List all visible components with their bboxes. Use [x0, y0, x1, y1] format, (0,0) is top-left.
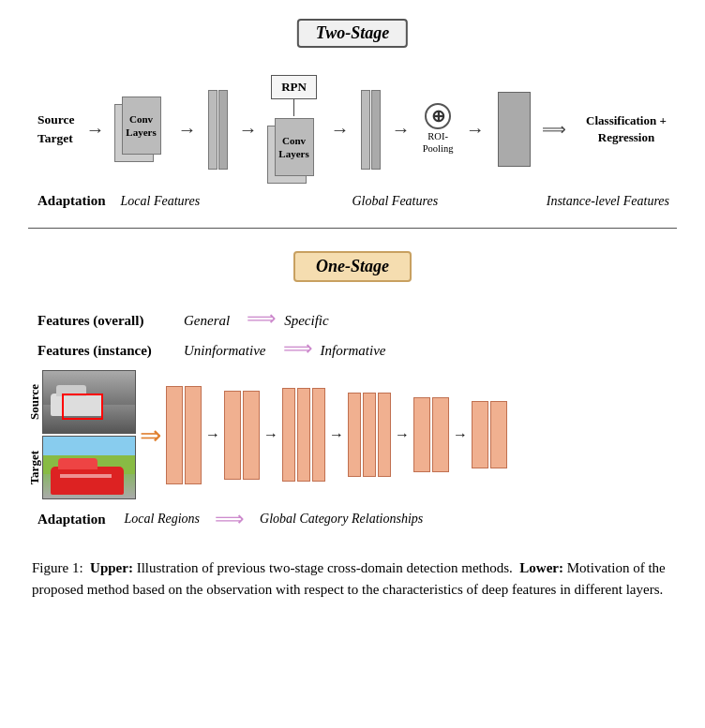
arrow-5: → [392, 119, 411, 141]
conv2-rpn-group: RPN ConvLayers [267, 75, 322, 184]
caption-lower-bold: Lower: [519, 560, 563, 575]
two-stage-label: Two-Stage [297, 19, 408, 48]
figure-caption: Figure 1: Upper: Illustration of previou… [28, 557, 677, 602]
adaptation-label: Adaptation [38, 193, 106, 209]
two-stage-section: Two-Stage Source Target → ConvLayers → [28, 19, 677, 229]
conv-layers-1: ConvLayers [114, 97, 169, 162]
arrow-4: → [331, 119, 350, 141]
informative-label: Informative [321, 343, 386, 359]
roi-pooling-group: ⊕ ROI-Pooling [420, 103, 457, 155]
bar-group-5 [413, 397, 449, 472]
two-stage-diagram: Source Target → ConvLayers → [28, 28, 677, 184]
bar-group-6 [472, 401, 507, 468]
rpn-box: RPN [271, 75, 317, 99]
feature-map-1 [208, 90, 228, 170]
arrow-1: → [86, 119, 105, 141]
arrow-2: → [178, 119, 197, 141]
pink-arrow-3: ⟹ [215, 507, 245, 531]
target-side-label: Target [28, 451, 40, 484]
uninformative-label: Uninformative [184, 343, 266, 359]
images-with-labels: Source Target [28, 370, 136, 499]
instance-features-label: Instance-level Features [487, 194, 677, 209]
caption-upper-text: Illustration of previous two-stage cross… [133, 560, 513, 575]
caption-upper-bold: Upper: [90, 560, 133, 575]
arrow-6: → [466, 119, 485, 141]
pink-arrow-2: ⟹ [283, 336, 313, 361]
one-stage-section: One-Stage Features (overall) General ⟹ S… [28, 242, 677, 541]
feature-map-2 [361, 90, 381, 170]
features-overall-label: Features (overall) [38, 313, 169, 329]
one-stage-adaptation-label: Adaptation [38, 512, 106, 527]
source-image [42, 370, 136, 434]
classification-label: Classification + Regression [576, 112, 677, 146]
pink-arrow-1: ⟹ [247, 306, 277, 331]
final-feature-block [498, 92, 531, 167]
rpn-vert-line [293, 99, 295, 116]
one-stage-diagram: Source Target [28, 370, 677, 499]
target-image [42, 436, 136, 499]
black-arrow-4: → [395, 426, 410, 443]
arrow-7: ⟹ [542, 119, 566, 140]
specific-label: Specific [284, 313, 328, 329]
arrow-3: → [239, 119, 258, 141]
bar-group-1 [166, 386, 202, 484]
conv-layers-2: ConvLayers [267, 118, 322, 184]
black-arrow-5: → [453, 426, 468, 443]
features-overall-row: Features (overall) General ⟹ Specific [28, 306, 677, 331]
source-target-label: Source Target [38, 111, 75, 149]
black-arrow-2: → [263, 426, 278, 443]
local-features-label: Local Features [121, 194, 304, 209]
local-regions-label: Local Regions [125, 512, 201, 527]
caption-figure: Figure 1: [32, 560, 83, 575]
roi-pooling-label: ROI-Pooling [420, 131, 457, 155]
features-instance-label: Features (instance) [38, 343, 169, 359]
black-arrow-3: → [329, 426, 344, 443]
one-stage-adaptation-row: Adaptation Local Regions ⟹ Global Catego… [28, 507, 677, 531]
global-features-label: Global Features [304, 194, 487, 209]
orange-arrow: ⇒ [140, 420, 161, 451]
general-label: General [184, 313, 230, 329]
circle-plus: ⊕ [425, 103, 451, 129]
source-side-label: Source [28, 384, 40, 420]
global-category-label: Global Category Relationships [260, 512, 423, 527]
bar-group-4 [348, 393, 391, 477]
bar-group-2 [224, 391, 260, 480]
one-stage-label: One-Stage [293, 251, 412, 282]
features-instance-row: Features (instance) Uninformative ⟹ Info… [28, 336, 677, 361]
bar-group-3 [282, 388, 325, 482]
adaptation-row: Adaptation Local Features Global Feature… [28, 193, 677, 209]
black-arrow-1: → [205, 426, 220, 443]
